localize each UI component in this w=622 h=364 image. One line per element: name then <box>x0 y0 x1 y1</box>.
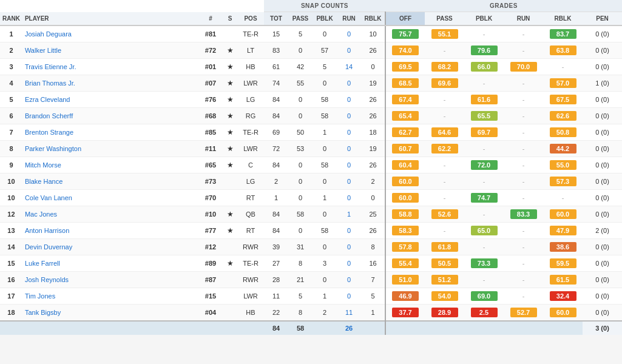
table-row: 1 Josiah Deguara #81 TE-R 15 5 0 0 10 75… <box>0 25 622 42</box>
grade-dash: - <box>522 227 525 234</box>
run-snap: 0 <box>337 42 361 59</box>
rblk-grade-cell: 55.0 <box>543 157 583 174</box>
player-name[interactable]: Parker Washington <box>22 141 198 157</box>
off-grade-cell: 60.0 <box>385 174 425 190</box>
grade-badge: 51.0 <box>392 275 419 285</box>
table-row: 16 Josh Reynolds #87 RWR 28 21 0 0 7 51.… <box>0 272 622 288</box>
col-tot: TOT <box>264 12 288 26</box>
pass-grade-cell: 68.2 <box>425 59 464 75</box>
grade-badge: 32.4 <box>550 291 576 301</box>
grade-badge: 65.0 <box>471 226 498 235</box>
player-name[interactable]: Tank Bigsby <box>22 305 198 322</box>
run-snap: 0 <box>337 223 361 239</box>
rank-cell: 13 <box>0 223 22 239</box>
pass-grade-cell: - <box>425 223 464 239</box>
off-grade-cell: 69.5 <box>385 59 425 75</box>
pen-cell: 0 (0) <box>583 141 622 157</box>
pblk-grade-cell: - <box>464 141 504 157</box>
snap-zero: 0 <box>347 260 351 267</box>
pblk-snap: 58 <box>313 223 337 239</box>
tot-snap: 27 <box>264 255 288 272</box>
run-grade-cell: 52.7 <box>504 305 543 322</box>
pen-cell: 0 (0) <box>583 272 622 288</box>
player-name[interactable]: Brandon Scherff <box>22 108 198 124</box>
position: LWR <box>237 288 264 305</box>
snap-zero: 0 <box>347 96 351 103</box>
snap-val: 8 <box>299 260 302 267</box>
snap-val: 3 <box>323 260 326 267</box>
player-name[interactable]: Anton Harrison <box>22 223 198 239</box>
player-name[interactable]: Travis Etienne Jr. <box>22 59 198 75</box>
run-grade-cell: 83.3 <box>504 206 543 223</box>
snap-val: 1 <box>323 194 326 201</box>
player-name[interactable]: Josiah Deguara <box>22 25 198 42</box>
player-name[interactable]: Cole Van Lanen <box>22 190 198 206</box>
rblk-grade-cell: 61.5 <box>543 272 583 288</box>
starter-star <box>223 239 237 255</box>
player-name[interactable]: Walker Little <box>22 42 198 59</box>
player-name[interactable]: Brenton Strange <box>22 124 198 141</box>
grade-badge: 69.7 <box>471 127 498 137</box>
grade-badge: 61.5 <box>550 275 576 285</box>
grade-dash: - <box>522 276 525 283</box>
footer-run: 26 <box>337 321 361 335</box>
jersey-num: #04 <box>198 305 223 322</box>
run-grade-cell: - <box>504 124 543 141</box>
rank-cell: 4 <box>0 75 22 92</box>
snap-val: 53 <box>297 145 304 152</box>
rblk-grade-cell: 63.8 <box>543 42 583 59</box>
player-name[interactable]: Brian Thomas Jr. <box>22 75 198 92</box>
table-row: 9 Mitch Morse #65 ★ C 84 0 58 0 26 60.4 … <box>0 157 622 174</box>
col-off: OFF <box>385 12 425 26</box>
grade-badge: 57.8 <box>392 242 419 252</box>
run-grade-cell: - <box>504 75 543 92</box>
grade-dash: - <box>444 96 446 103</box>
rank-cell: 14 <box>0 239 22 255</box>
snap-zero: 0 <box>323 145 326 152</box>
grade-badge: 58.8 <box>392 209 419 219</box>
player-name[interactable]: Tim Jones <box>22 288 198 305</box>
footer-pen: 3 (0) <box>583 321 622 335</box>
col-pos: POS <box>237 12 264 26</box>
player-name[interactable]: Josh Reynolds <box>22 272 198 288</box>
grade-badge: 66.0 <box>471 62 498 72</box>
player-name[interactable]: Mac Jones <box>22 206 198 223</box>
run-snap: 0 <box>337 190 361 206</box>
run-grade-cell: - <box>504 108 543 124</box>
off-grade-cell: 37.7 <box>385 305 425 322</box>
run-snap: 0 <box>337 157 361 174</box>
grade-badge: 51.2 <box>431 275 458 285</box>
pass-grade-cell: - <box>425 174 464 190</box>
grade-badge: 28.9 <box>431 308 458 317</box>
player-name[interactable]: Blake Hance <box>22 174 198 190</box>
pblk-snap: 0 <box>313 174 337 190</box>
player-name[interactable]: Devin Duvernay <box>22 239 198 255</box>
snap-val: 21 <box>297 276 304 283</box>
jersey-num: #01 <box>198 59 223 75</box>
player-name[interactable]: Mitch Morse <box>22 157 198 174</box>
grade-badge: 75.7 <box>392 29 419 39</box>
pen-cell: 0 (0) <box>583 288 622 305</box>
pass-grade-cell: - <box>425 108 464 124</box>
footer-off <box>385 321 425 335</box>
tot-snap: 1 <box>264 190 288 206</box>
grade-badge: 60.0 <box>550 308 576 317</box>
pen-cell: 0 (0) <box>583 206 622 223</box>
snap-val: 42 <box>297 63 304 70</box>
player-name[interactable]: Luke Farrell <box>22 255 198 272</box>
grade-badge: 55.0 <box>550 160 576 170</box>
position: LWR <box>237 75 264 92</box>
snap-zero: 0 <box>299 96 302 103</box>
snap-zero: 0 <box>299 194 302 201</box>
grade-badge: 62.7 <box>392 127 419 137</box>
pen-cell: 0 (0) <box>583 190 622 206</box>
off-grade-cell: 62.7 <box>385 124 425 141</box>
off-grade-cell: 46.9 <box>385 288 425 305</box>
pblk-snap: 58 <box>313 108 337 124</box>
rblk-grade-cell: 57.0 <box>543 75 583 92</box>
pass-snap: 0 <box>288 174 313 190</box>
pass-grade-cell: - <box>425 157 464 174</box>
player-name[interactable]: Ezra Cleveland <box>22 92 198 108</box>
col-run-snap: RUN <box>337 12 361 26</box>
pblk-grade-cell: 65.5 <box>464 108 504 124</box>
